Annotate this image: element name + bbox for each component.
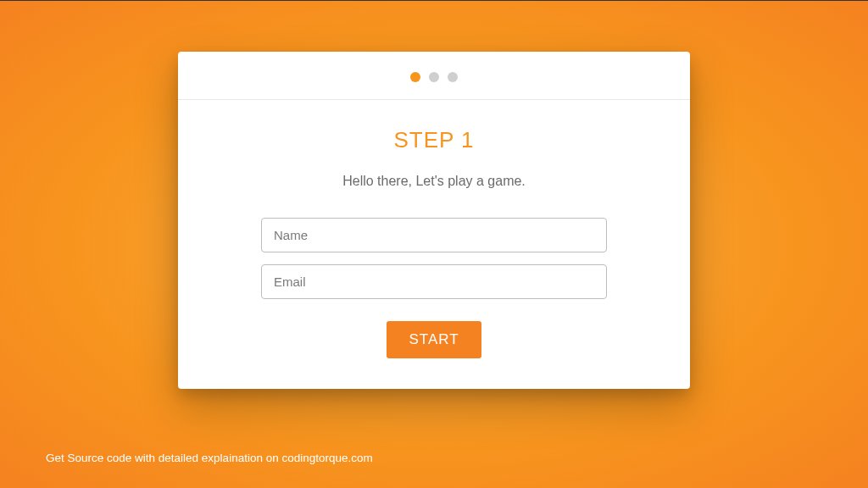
email-input[interactable] bbox=[261, 264, 607, 299]
step-card: STEP 1 Hello there, Let's play a game. S… bbox=[178, 52, 690, 389]
step-subtitle: Hello there, Let's play a game. bbox=[212, 174, 656, 189]
step-dot-2[interactable] bbox=[429, 72, 439, 82]
name-input[interactable] bbox=[261, 218, 607, 252]
step-title: STEP 1 bbox=[212, 127, 656, 153]
step-dot-3[interactable] bbox=[448, 72, 458, 82]
step-content: STEP 1 Hello there, Let's play a game. S… bbox=[178, 100, 690, 389]
step-dot-1[interactable] bbox=[410, 72, 420, 82]
start-button[interactable]: START bbox=[387, 321, 481, 358]
footer-caption: Get Source code with detailed explainati… bbox=[46, 452, 373, 464]
form-group bbox=[261, 218, 607, 299]
step-indicator bbox=[178, 52, 690, 100]
